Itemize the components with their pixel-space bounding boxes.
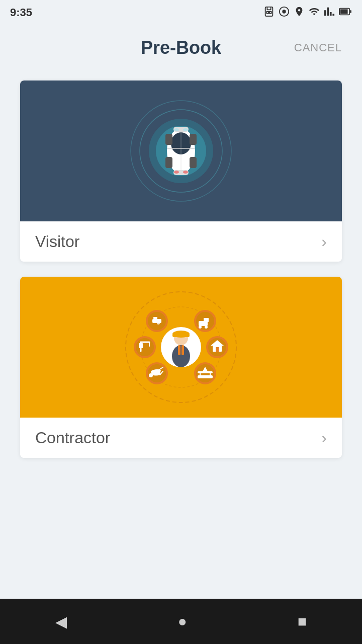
nav-bar: ◀ ● ■ xyxy=(0,599,362,644)
svg-point-59 xyxy=(149,373,153,377)
svg-point-39 xyxy=(157,321,160,325)
signal-icon xyxy=(324,6,335,20)
svg-point-45 xyxy=(205,326,208,329)
contractor-illustration xyxy=(116,282,246,413)
cancel-button[interactable]: CANCEL xyxy=(294,41,342,54)
status-icons xyxy=(263,6,352,20)
visitor-illustration xyxy=(126,96,236,206)
svg-rect-33 xyxy=(178,345,180,355)
visitor-arrow-icon: › xyxy=(321,232,327,251)
svg-point-23 xyxy=(183,171,188,174)
svg-point-29 xyxy=(172,345,190,367)
sim-icon xyxy=(263,6,275,20)
visitor-card[interactable]: Visitor › xyxy=(20,80,342,262)
recent-button[interactable]: ■ xyxy=(298,613,307,630)
svg-rect-56 xyxy=(216,347,219,352)
header: Pre-Book CANCEL xyxy=(0,25,362,70)
visitor-card-label: Visitor › xyxy=(20,221,342,262)
location-icon xyxy=(294,6,305,20)
svg-rect-64 xyxy=(198,375,213,378)
svg-point-44 xyxy=(199,326,202,329)
svg-point-47 xyxy=(136,338,154,356)
main-content: Visitor › xyxy=(0,70,362,599)
battery-icon xyxy=(339,6,352,20)
svg-rect-6 xyxy=(340,9,348,14)
svg-rect-7 xyxy=(350,10,351,13)
wifi-icon xyxy=(309,6,320,20)
svg-rect-50 xyxy=(139,343,143,348)
svg-rect-37 xyxy=(152,319,161,323)
back-button[interactable]: ◀ xyxy=(55,613,67,630)
svg-point-20 xyxy=(174,128,179,131)
contractor-card-image xyxy=(20,277,342,418)
svg-rect-38 xyxy=(153,317,157,319)
svg-rect-19 xyxy=(190,157,197,168)
page-title: Pre-Book xyxy=(141,37,221,58)
contractor-arrow-icon: › xyxy=(321,429,327,447)
contractor-card-label: Contractor › xyxy=(20,418,342,458)
svg-rect-2 xyxy=(269,12,272,14)
status-bar: 9:35 xyxy=(0,0,362,25)
svg-rect-16 xyxy=(165,134,172,145)
svg-rect-43 xyxy=(204,318,209,322)
home-button[interactable]: ● xyxy=(177,613,187,630)
svg-rect-18 xyxy=(190,134,197,145)
svg-point-22 xyxy=(174,171,179,174)
visitor-label: Visitor xyxy=(35,232,79,251)
visitor-card-image xyxy=(20,80,342,221)
svg-point-21 xyxy=(183,128,188,131)
contractor-label: Contractor xyxy=(35,429,110,447)
svg-rect-1 xyxy=(266,12,268,14)
svg-rect-17 xyxy=(165,157,172,168)
status-time: 9:35 xyxy=(10,6,32,19)
sync-icon xyxy=(279,6,290,20)
contractor-card[interactable]: Contractor › xyxy=(20,277,342,458)
svg-point-4 xyxy=(282,10,286,13)
svg-rect-69 xyxy=(203,371,208,372)
svg-rect-32 xyxy=(172,334,190,337)
svg-rect-34 xyxy=(182,345,184,355)
